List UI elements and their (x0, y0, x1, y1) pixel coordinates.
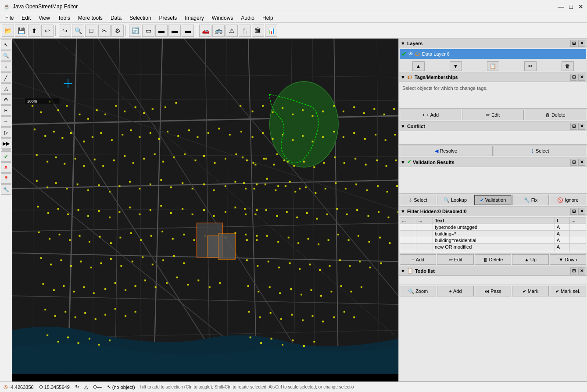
cross-btn[interactable]: ✗ (1, 162, 11, 173)
todo-mark-btn[interactable]: ✔ Mark (512, 286, 548, 296)
conflict-detach-btn[interactable]: ⊞ (570, 123, 577, 130)
filter-row[interactable]: new OR modified A (400, 244, 586, 250)
filter-delete-btn[interactable]: 🗑 Delete (475, 254, 511, 265)
toolbar-btn-3[interactable]: ↩ (41, 25, 54, 37)
tags-detach-btn[interactable]: ⊞ (570, 74, 577, 81)
todo-mark-sel-btn[interactable]: ✔ Mark sel. (550, 286, 586, 296)
toolbar-btn-6[interactable]: □ (85, 25, 97, 37)
draw-area-btn[interactable]: △ (1, 83, 11, 94)
toolbar-btn-11[interactable]: ▬ (155, 25, 168, 37)
todo-add-btn[interactable]: + Add (437, 286, 473, 296)
toolbar-btn-5[interactable]: 🔍 (72, 25, 84, 37)
menu-item-selection[interactable]: Selection (126, 14, 154, 22)
menu-item-audio[interactable]: Audio (237, 14, 258, 22)
toolbar-btn-18[interactable]: 🏛 (252, 25, 264, 37)
validation-collapse-icon[interactable]: ▼ (401, 160, 405, 165)
menu-item-edit[interactable]: Edit (18, 14, 34, 22)
filter-add-btn[interactable]: + Add (400, 254, 436, 265)
menu-item-imagery[interactable]: Imagery (181, 14, 207, 22)
toolbar-btn-2[interactable]: ⬆ (28, 25, 40, 37)
maximize-button[interactable]: □ (569, 3, 573, 10)
conflict-resolve-btn[interactable]: ◀ Resolve (400, 146, 493, 156)
layer-delete-btn[interactable]: 🗑 (562, 61, 574, 71)
toolbar-btn-17[interactable]: 🍴 (239, 25, 251, 37)
filter-row[interactable]: building=* AND type:node A (400, 250, 586, 253)
layer-up-btn[interactable]: ▲ (412, 61, 425, 71)
toolbar-btn-12[interactable]: ▬ (168, 25, 181, 37)
toolbar-btn-16[interactable]: ⚠ (225, 25, 238, 37)
play-btn[interactable]: ▷ (1, 127, 11, 138)
todo-collapse-icon[interactable]: ▼ (401, 268, 405, 274)
menu-item-windows[interactable]: Windows (208, 14, 237, 22)
filter-row[interactable]: type:node untagged A (400, 224, 586, 231)
todo-detach-btn[interactable]: ⊞ (570, 267, 577, 274)
validation-close-btn[interactable]: ✕ (578, 159, 585, 166)
svg-rect-161 (234, 232, 236, 234)
filter-down-btn[interactable]: ▼ Down (550, 254, 586, 265)
close-button[interactable]: ✕ (578, 3, 583, 10)
toolbar-btn-4[interactable]: ↪ (59, 25, 71, 37)
tags-collapse-icon[interactable]: ▼ (401, 75, 405, 80)
draw-circle-btn[interactable]: ○ (1, 61, 11, 72)
draw-line-btn[interactable]: ╱ (1, 72, 11, 83)
toolbar-btn-13[interactable]: ▬ (182, 25, 194, 37)
validation-validation-btn[interactable]: ✔ Validation (474, 195, 512, 205)
toolbar-btn-8[interactable]: ⚙ (111, 25, 124, 37)
menu-item-view[interactable]: View (35, 14, 54, 22)
todo-close-btn[interactable]: ✕ (578, 267, 585, 274)
toolbar-btn-14[interactable]: 🚗 (199, 25, 211, 37)
validation-detach-btn[interactable]: ⊞ (570, 159, 577, 166)
filter-close-btn[interactable]: ✕ (578, 208, 585, 215)
layers-detach-btn[interactable]: ⊞ (570, 40, 577, 47)
filter-detach-btn[interactable]: ⊞ (570, 208, 577, 215)
wrench-btn[interactable]: 🔧 (1, 184, 11, 195)
menu-item-data[interactable]: Data (107, 14, 125, 22)
tags-close-btn[interactable]: ✕ (578, 74, 585, 81)
validation-ignore-btn[interactable]: 🚫 Ignore (550, 195, 586, 205)
filter-row[interactable]: building=* A (400, 231, 586, 237)
filter-up-btn[interactable]: ▲ Up (512, 254, 548, 265)
menu-item-presets[interactable]: Presets (156, 14, 181, 22)
toolbar-btn-15[interactable]: 🚌 (212, 25, 225, 37)
menu-item-more-tools[interactable]: More tools (75, 14, 106, 22)
layers-close-btn[interactable]: ✕ (578, 40, 585, 47)
validation-select-btn[interactable]: ⊹ Select (400, 195, 436, 205)
check-btn[interactable]: ✔ (1, 151, 11, 162)
menu-item-file[interactable]: File (2, 14, 17, 22)
conflict-select-btn[interactable]: ⊹ Select (494, 146, 587, 156)
select-tool-btn[interactable]: ↖ (1, 39, 11, 50)
toolbar-btn-9[interactable]: 🔄 (129, 25, 141, 37)
map-area[interactable]: 200m (12, 39, 398, 381)
minimize-button[interactable]: — (558, 3, 564, 10)
tags-add-btn[interactable]: ++ Add (400, 110, 461, 120)
menu-item-tools[interactable]: Tools (54, 14, 74, 22)
conflict-close-btn[interactable]: ✕ (578, 123, 585, 130)
align-btn[interactable]: ↔ (1, 116, 11, 127)
filter-collapse-icon[interactable]: ▼ (401, 209, 405, 214)
toolbar-btn-0[interactable]: 📂 (2, 25, 14, 37)
layer-copy-btn[interactable]: 📋 (487, 61, 499, 71)
layer-item[interactable]: ✔ 👁 🗂 Data Layer 6 (400, 49, 586, 59)
zoom-btn[interactable]: 🔍 (1, 50, 11, 61)
validation-lookup-btn[interactable]: 🔍 Lookup (437, 195, 473, 205)
validation-fix-btn[interactable]: 🔧 Fix (512, 195, 549, 205)
toolbar-btn-7[interactable]: ✂ (98, 25, 111, 37)
todo-zoom-btn[interactable]: 🔍 Zoom (400, 286, 436, 296)
filter-edit-btn[interactable]: ✏ Edit (437, 254, 473, 265)
split-btn[interactable]: ✂ (1, 105, 11, 116)
conflict-collapse-icon[interactable]: ▼ (401, 124, 405, 129)
toolbar-btn-1[interactable]: 💾 (15, 25, 27, 37)
toolbar-btn-10[interactable]: ▭ (142, 25, 154, 37)
menu-item-help[interactable]: Help (259, 14, 277, 22)
toolbar-btn-19[interactable]: 📊 (265, 25, 277, 37)
layers-collapse-icon[interactable]: ▼ (401, 41, 405, 46)
merge-btn[interactable]: ⊕ (1, 94, 11, 105)
tags-edit-btn[interactable]: ✏Edit (462, 110, 523, 120)
fast-forward-btn[interactable]: ▶▶ (1, 138, 11, 149)
layer-down-btn[interactable]: ▼ (450, 61, 462, 71)
tags-delete-btn[interactable]: 🗑Delete (525, 110, 586, 120)
filter-row[interactable]: building=residential A (400, 237, 586, 244)
todo-pass-btn[interactable]: ⏭ Pass (475, 286, 511, 296)
pin-btn[interactable]: 📍 (1, 173, 11, 184)
layer-edit-btn[interactable]: ✂ (524, 61, 537, 71)
